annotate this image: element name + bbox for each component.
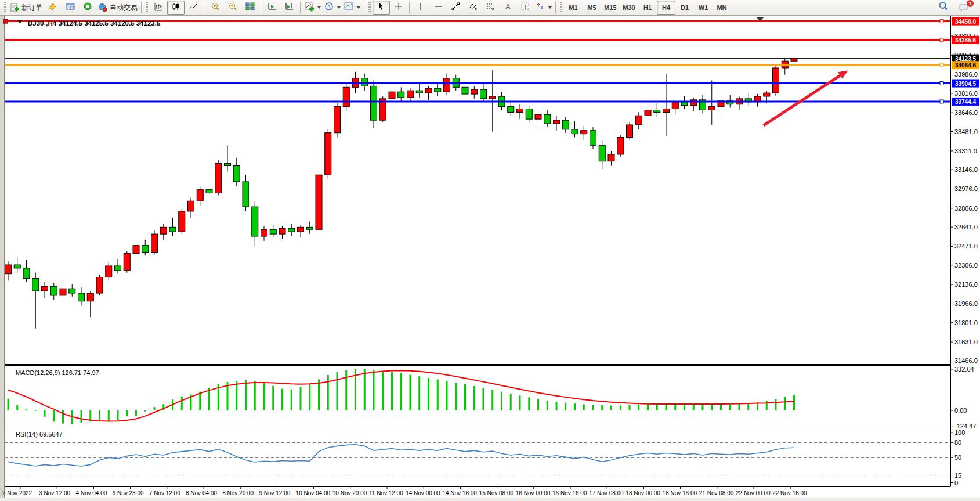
svg-text:32471.0: 32471.0 [954,243,978,250]
trading-terminal-window: 新订单 自动交易 [0,0,980,501]
equidistant-channel-button[interactable]: E [464,1,482,15]
svg-text:34064.6: 34064.6 [955,62,977,69]
chart-graphics: 34321.034151.033986.033816.033646.033481… [0,16,980,501]
price-chart-canvas[interactable]: 34321.034151.033986.033816.033646.033481… [0,0,980,501]
svg-text:6 Nov 23:00: 6 Nov 23:00 [113,490,144,496]
svg-text:7 Nov 12:00: 7 Nov 12:00 [149,490,180,496]
svg-text:11 Nov 12:00: 11 Nov 12:00 [369,490,403,496]
svg-text:34123.5: 34123.5 [955,56,977,62]
svg-text:31966.0: 31966.0 [954,300,978,307]
cursor-button[interactable] [373,1,390,15]
search-icon [938,1,949,14]
hline-handle[interactable] [940,82,943,85]
svg-text:32641.0: 32641.0 [954,224,978,230]
svg-text:18 Nov 16:00: 18 Nov 16:00 [663,490,697,496]
svg-text:F: F [492,8,494,11]
templates-button[interactable] [342,1,362,15]
svg-text:21 Nov 08:00: 21 Nov 08:00 [699,490,734,496]
indicators-button[interactable] [303,1,323,15]
toolbar-separator [364,2,365,13]
chevron-down-icon [317,6,321,9]
chevron-down-icon [357,6,360,9]
rsi-indicator-label: RSI(14) 69.5647 [16,431,63,438]
zoom-out-button[interactable] [224,1,241,15]
svg-text:2 Nov 2022: 2 Nov 2022 [2,490,32,496]
toolbar-separator [204,2,205,13]
market-watch-icon [48,2,58,14]
svg-text:E: E [475,8,477,11]
market-watch-button[interactable] [44,1,62,15]
timeframe-h1-button[interactable]: H1 [638,1,657,15]
hline-handle[interactable] [940,20,943,23]
svg-text:8 Nov 04:00: 8 Nov 04:00 [186,490,217,496]
templates-icon [344,2,354,14]
line-chart-button[interactable] [185,1,202,15]
search-button[interactable] [935,1,952,15]
text-label-button[interactable]: T [516,1,534,15]
svg-text:A: A [505,2,511,11]
auto-trading-label: 自动交易 [110,3,138,13]
new-order-button[interactable]: 新订单 [8,1,44,15]
chat-bubble-icon: 1 [959,2,970,13]
hline-handle[interactable] [940,38,943,42]
arrows-tool-icon [536,2,545,14]
candlestick-chart-button[interactable] [167,1,185,15]
toolbar: 新订单 自动交易 [0,0,980,16]
tile-windows-icon [245,2,255,14]
chart-shift-icon [285,2,295,14]
trendline-icon [451,2,461,14]
tile-windows-button[interactable] [241,1,259,15]
timeframe-m15-button[interactable]: M15 [601,1,620,15]
svg-text:14 Nov 00:00: 14 Nov 00:00 [406,490,440,496]
timeframe-m5-button[interactable]: M5 [583,1,601,15]
svg-text:33481.0: 33481.0 [954,128,978,135]
toolbar-grip[interactable] [4,2,6,13]
svg-text:33816.0: 33816.0 [954,90,978,97]
timeframe-m1-button[interactable]: M1 [564,1,583,15]
auto-trading-button[interactable]: 自动交易 [96,1,139,15]
toolbar-grip[interactable] [146,2,148,13]
line-chart-icon [189,2,198,14]
data-window-button[interactable] [62,1,79,15]
toolbar-grip[interactable] [560,2,562,13]
text-button[interactable]: A [499,1,516,15]
timeframe-m30-button[interactable]: M30 [620,1,638,15]
arrows-tool-button[interactable] [534,1,554,15]
timeframe-w1-button[interactable]: W1 [694,1,713,15]
svg-text:10 Nov 04:00: 10 Nov 04:00 [296,490,331,496]
toolbar-separator [300,2,301,13]
vertical-line-button[interactable] [412,1,429,15]
vertical-line-icon [416,2,426,14]
toolbar-grip[interactable] [368,2,371,13]
zoom-in-button[interactable] [207,1,224,15]
svg-text:80: 80 [954,439,961,446]
hline-anchor[interactable] [3,19,8,23]
notification-count-badge: 1 [967,0,974,7]
svg-text:15: 15 [954,472,961,479]
navigator-icon [83,2,93,14]
navigator-button[interactable] [79,1,96,15]
chart-shift-button[interactable] [281,1,298,15]
crosshair-button[interactable] [390,1,407,15]
timeframe-mn-button[interactable]: MN [713,1,731,15]
timeframe-h4-button[interactable]: H4 [657,1,675,15]
svg-text:32976.0: 32976.0 [954,185,978,192]
auto-scroll-button[interactable] [263,1,281,15]
notifications-button[interactable]: 1 [956,1,973,15]
svg-text:0: 0 [954,480,958,486]
periods-button[interactable] [323,1,342,15]
hline-handle[interactable] [940,63,943,67]
horizontal-line-button[interactable] [429,1,447,15]
fibonacci-button[interactable]: F [482,1,499,15]
bar-chart-icon [154,2,164,14]
svg-text:31631.0: 31631.0 [954,338,978,345]
timeframe-d1-button[interactable]: D1 [675,1,694,15]
trendline-button[interactable] [447,1,464,15]
hline-handle[interactable] [940,100,943,103]
zoom-out-icon [228,2,238,14]
svg-text:17 Nov 08:00: 17 Nov 08:00 [589,490,624,496]
bar-chart-button[interactable] [150,1,167,15]
new-order-icon [10,3,20,13]
svg-text:332.04: 332.04 [954,366,974,373]
horizontal-line-icon [433,2,443,14]
